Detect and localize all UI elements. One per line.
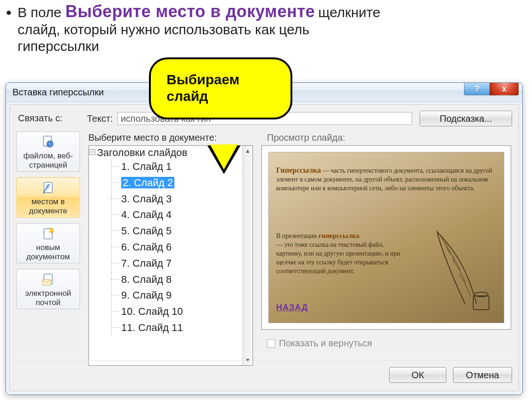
- file-web-icon: [41, 135, 56, 150]
- callout-line1: Выбираем: [167, 72, 240, 87]
- tree-item[interactable]: 4. Слайд 4: [111, 207, 241, 223]
- ok-button-label: ОК: [411, 370, 424, 381]
- tree-item[interactable]: 8. Слайд 8: [111, 272, 241, 288]
- tree-item-label: 6. Слайд 6: [121, 241, 172, 253]
- scroll-up-icon[interactable]: ▲: [243, 146, 253, 156]
- preview-term2: гиперссылка: [318, 232, 359, 239]
- sidebar-item-place-in-doc[interactable]: местом вдокументе: [16, 177, 80, 218]
- svg-rect-8: [473, 296, 489, 310]
- close-button[interactable]: x: [490, 83, 519, 95]
- show-and-return-label: Показать и вернуться: [279, 338, 372, 349]
- tree-item[interactable]: 3. Слайд 3: [111, 191, 241, 207]
- slide-tree[interactable]: − Заголовки слайдов 1. Слайд 12. Слайд 2…: [88, 145, 253, 366]
- insert-hyperlink-dialog: Вставка гиперссылки ? x Связать с: Текст…: [6, 82, 523, 395]
- instruction-tail1: щелкните: [318, 5, 380, 20]
- feather-icon: [400, 223, 497, 315]
- tree-item[interactable]: 5. Слайд 5: [111, 223, 241, 239]
- instruction-prefix: В поле: [18, 5, 65, 20]
- text-field-label: Текст:: [87, 113, 113, 124]
- preview-para2: — это тоже ссылка на текстовый файл, кар…: [276, 241, 400, 275]
- slide-thumbnail: Гиперссылка — часть гипертекстового доку…: [268, 152, 504, 323]
- new-doc-icon: [41, 226, 56, 241]
- separator: [16, 361, 512, 362]
- tree-item-label: 3. Слайд 3: [121, 193, 172, 205]
- checkbox-icon[interactable]: [267, 339, 275, 348]
- screen-tip-button-label: Подсказка...: [440, 113, 492, 124]
- link-to-sidebar: файлом, веб-страницей местом вдокументе: [16, 131, 80, 384]
- tree-item[interactable]: 11. Слайд 11: [111, 320, 241, 336]
- select-place-label: Выберите место в документе:: [88, 132, 217, 143]
- slide-preview-label: Просмотр слайда:: [267, 132, 345, 143]
- instruction-highlight: Выберите место в документе: [65, 2, 315, 21]
- tree-item-label: 11. Слайд 11: [121, 322, 183, 333]
- instruction-line3: гиперссылки: [18, 38, 99, 54]
- dialog-title: Вставка гиперссылки: [12, 87, 104, 98]
- help-icon: ?: [475, 84, 480, 94]
- svg-rect-2: [44, 182, 52, 193]
- tree-item-label: 5. Слайд 5: [121, 225, 172, 237]
- callout-line2: слайд: [167, 88, 208, 104]
- email-icon: [41, 272, 56, 287]
- sidebar-item-label: новымдокументом: [18, 243, 79, 261]
- callout-bubble: Выбираем слайд: [149, 57, 292, 119]
- screen-tip-button[interactable]: Подсказка...: [420, 111, 512, 126]
- tree-item[interactable]: 10. Слайд 10: [111, 304, 241, 320]
- ok-button[interactable]: ОК: [389, 367, 446, 383]
- preview-term1: Гиперссылка: [276, 166, 321, 174]
- sidebar-item-label: файлом, веб-страницей: [18, 151, 79, 169]
- tree-item[interactable]: 6. Слайд 6: [111, 239, 241, 256]
- preview-para2-pre: В презентации: [276, 232, 318, 239]
- tree-children: 1. Слайд 12. Слайд 23. Слайд 34. Слайд 4…: [97, 159, 241, 336]
- cancel-button[interactable]: Отмена: [453, 367, 512, 383]
- instruction-text: • В поле Выберите место в документе щелк…: [18, 2, 518, 54]
- scroll-down-icon[interactable]: ▼: [243, 355, 253, 365]
- tree-root-label: Заголовки слайдов: [97, 147, 187, 158]
- sidebar-item-new-doc[interactable]: новымдокументом: [16, 223, 80, 263]
- sidebar-item-file-web[interactable]: файлом, веб-страницей: [16, 131, 80, 172]
- tree-item-label: 10. Слайд 10: [121, 306, 183, 317]
- slide-preview: Гиперссылка — часть гипертекстового доку…: [261, 145, 511, 330]
- instruction-line2: слайд, который нужно использовать как це…: [18, 22, 309, 37]
- show-and-return-checkbox[interactable]: Показать и вернуться: [267, 338, 372, 349]
- tree-expander-icon[interactable]: −: [89, 149, 95, 155]
- sidebar-item-label: электроннойпочтой: [18, 289, 79, 307]
- tree-item-label: 2. Слайд 2: [121, 177, 174, 188]
- close-icon: x: [502, 84, 507, 94]
- link-to-label: Связать с:: [18, 113, 62, 124]
- tree-scrollbar[interactable]: ▲ ▼: [242, 146, 253, 365]
- place-in-doc-icon: [41, 181, 56, 195]
- tree-item-label: 1. Слайд 1: [121, 161, 172, 172]
- bullet-icon: •: [6, 5, 12, 20]
- cancel-button-label: Отмена: [466, 370, 499, 381]
- tree-item[interactable]: 7. Слайд 7: [111, 256, 241, 272]
- sidebar-item-email[interactable]: электроннойпочтой: [16, 269, 80, 309]
- preview-back-link: НАЗАД: [276, 303, 308, 312]
- tree-item-label: 9. Слайд 9: [121, 289, 172, 301]
- tree-item-label: 7. Слайд 7: [121, 257, 172, 269]
- help-button[interactable]: ?: [464, 83, 490, 95]
- tree-item[interactable]: 2. Слайд 2: [111, 175, 241, 191]
- tree-item-label: 8. Слайд 8: [121, 274, 172, 285]
- tree-item-label: 4. Слайд 4: [121, 209, 172, 220]
- tree-item[interactable]: 9. Слайд 9: [111, 288, 241, 304]
- sidebar-item-label: местом вдокументе: [18, 197, 79, 215]
